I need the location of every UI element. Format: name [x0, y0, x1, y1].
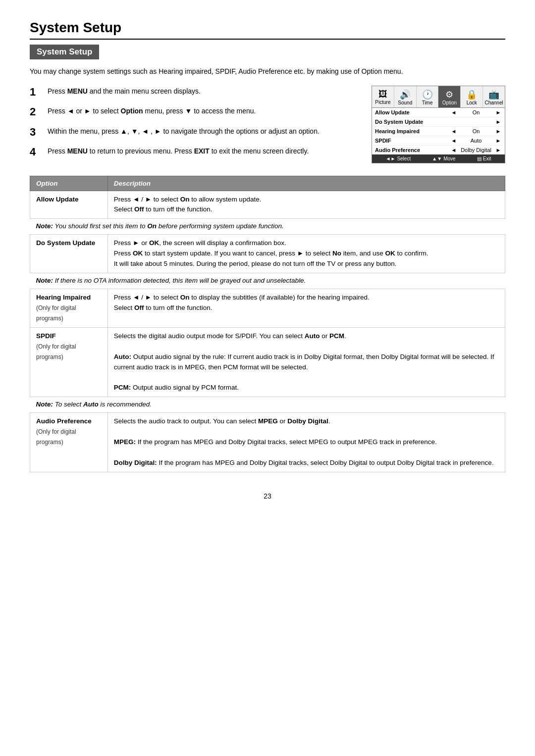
audio-preference-label: Audio Preference — [375, 147, 450, 153]
menu-icon-sound: 🔊 Sound — [394, 86, 417, 107]
tv-menu-row-allow-update: Allow Update ◄ On ► — [372, 108, 505, 117]
menu-icon-time-label: Time — [422, 100, 433, 105]
menu-icon-time: 🕐 Time — [417, 86, 439, 107]
table-row-audio-preference: Audio Preference (Only for digital progr… — [30, 413, 505, 472]
menu-icon-channel: 📺 Channel — [483, 86, 505, 107]
col-option-header: Option — [30, 176, 108, 191]
audio-preference-option-name: Audio Preference — [36, 417, 92, 425]
table-row-spdif: SPDIF (Only for digital programs) Select… — [30, 327, 505, 397]
menu-icon-option: ⚙ Option — [438, 86, 461, 107]
table-note-allow-update: Note: You should first set this item to … — [30, 219, 505, 235]
step-2: 2 Press ◄ or ► to select Option menu, pr… — [30, 105, 357, 118]
tv-menu-row-audio-preference: Audio Preference ◄ Dolby Digital ► — [372, 146, 505, 154]
option-icon: ⚙ — [439, 89, 459, 100]
menu-icon-option-label: Option — [442, 100, 457, 105]
spdif-sub-label: (Only for digital programs) — [36, 343, 76, 360]
picture-icon: 🖼 — [373, 89, 393, 100]
step-1: 1 Press MENU and the main menu screen di… — [30, 86, 357, 99]
do-system-update-option-name: Do System Update — [36, 239, 95, 247]
step-1-number: 1 — [30, 86, 42, 99]
col-description-header: Description — [107, 176, 505, 191]
spdif-description: Selects the digital audio output mode fo… — [107, 327, 505, 397]
spdif-label: SPDIF — [375, 138, 450, 144]
page-main-title: System Setup — [30, 20, 505, 40]
channel-icon: 📺 — [484, 89, 504, 100]
section-title: System Setup — [30, 45, 99, 59]
table-row-do-system-update: Do System Update Press ► or OK, the scre… — [30, 235, 505, 273]
hearing-impaired-option-name: Hearing Impaired — [36, 294, 91, 301]
audio-preference-option: Audio Preference (Only for digital progr… — [30, 413, 108, 472]
hearing-impaired-value: On — [457, 128, 495, 134]
audio-preference-arrow-l: ◄ — [450, 147, 457, 153]
spdif-option: SPDIF (Only for digital programs) — [30, 327, 108, 397]
tv-menu-row-spdif: SPDIF ◄ Auto ► — [372, 136, 505, 146]
select-icon: ◄► — [386, 156, 396, 161]
tv-menu-row-hearing-impaired: Hearing Impaired ◄ On ► — [372, 127, 505, 136]
tv-menu-row-do-system-update: Do System Update ► — [372, 117, 505, 127]
menu-icon-picture-label: Picture — [375, 100, 390, 105]
do-system-update-label: Do System Update — [375, 119, 450, 125]
step-3: 3 Within the menu, press ▲, ▼, ◄ , ► to … — [30, 126, 357, 139]
step-4: 4 Press MENU to return to previous menu.… — [30, 146, 357, 158]
steps-and-image-container: 1 Press MENU and the main menu screen di… — [30, 86, 505, 166]
spdif-arrow-r: ► — [495, 138, 502, 144]
step-1-text: Press MENU and the main menu screen disp… — [48, 86, 357, 99]
footer-move: ▲▼ Move — [432, 156, 455, 161]
exit-icon: ▤ — [477, 156, 482, 161]
do-system-update-option: Do System Update — [30, 235, 108, 273]
audio-preference-description: Selects the audio track to output. You c… — [107, 413, 505, 472]
tv-menu: 🖼 Picture 🔊 Sound 🕐 Time ⚙ Option 🔒 — [372, 86, 505, 163]
hearing-impaired-description: Press ◄ / ► to select On to display the … — [107, 289, 505, 328]
hearing-impaired-option: Hearing Impaired (Only for digital progr… — [30, 289, 108, 328]
spdif-arrow-l: ◄ — [450, 138, 457, 144]
hearing-impaired-arrow-r: ► — [495, 128, 502, 134]
hearing-impaired-sub-label: (Only for digital programs) — [36, 304, 76, 322]
allow-update-arrow-r: ► — [495, 109, 502, 115]
audio-preference-sub-label: (Only for digital programs) — [36, 428, 76, 446]
note-allow-update-text: Note: You should first set this item to … — [30, 219, 505, 235]
hearing-impaired-label: Hearing Impaired — [375, 128, 450, 134]
intro-text: You may change system settings such as H… — [30, 66, 505, 77]
step-3-number: 3 — [30, 126, 42, 139]
step-3-text: Within the menu, press ▲, ▼, ◄ , ► to na… — [48, 126, 357, 139]
allow-update-label: Allow Update — [375, 109, 450, 115]
note-spdif-text: Note: To select Auto is recommended. — [30, 397, 505, 413]
tv-menu-icon-row: 🖼 Picture 🔊 Sound 🕐 Time ⚙ Option 🔒 — [372, 86, 505, 108]
allow-update-option-name: Allow Update — [36, 196, 79, 203]
audio-preference-arrow-r: ► — [495, 147, 502, 153]
footer-select: ◄► Select — [386, 156, 411, 161]
tv-menu-image: 🖼 Picture 🔊 Sound 🕐 Time ⚙ Option 🔒 — [372, 86, 505, 166]
page-number: 23 — [30, 492, 505, 500]
hearing-impaired-arrow-l: ◄ — [450, 128, 457, 134]
spdif-option-name: SPDIF — [36, 332, 56, 340]
allow-update-value: On — [457, 109, 495, 115]
time-icon: 🕐 — [418, 89, 437, 100]
steps-list: 1 Press MENU and the main menu screen di… — [30, 86, 357, 166]
tv-menu-footer: ◄► Select ▲▼ Move ▤ Exit — [372, 154, 505, 163]
menu-icon-sound-label: Sound — [398, 100, 412, 105]
do-system-update-description: Press ► or OK, the screen will display a… — [107, 235, 505, 273]
footer-exit: ▤ Exit — [477, 156, 491, 161]
table-note-spdif: Note: To select Auto is recommended. — [30, 397, 505, 413]
step-4-number: 4 — [30, 146, 42, 158]
do-system-update-arrow-r: ► — [495, 119, 502, 125]
menu-icon-picture: 🖼 Picture — [372, 86, 394, 107]
table-row-hearing-impaired: Hearing Impaired (Only for digital progr… — [30, 289, 505, 328]
allow-update-arrow-l: ◄ — [450, 109, 457, 115]
spdif-value: Auto — [457, 138, 495, 144]
table-note-do-system-update: Note: If there is no OTA information det… — [30, 273, 505, 289]
note-do-system-update-text: Note: If there is no OTA information det… — [30, 273, 505, 289]
step-2-number: 2 — [30, 105, 42, 118]
allow-update-description: Press ◄ / ► to select On to allow system… — [107, 191, 505, 219]
step-2-text: Press ◄ or ► to select Option menu, pres… — [48, 105, 357, 118]
table-row-allow-update: Allow Update Press ◄ / ► to select On to… — [30, 191, 505, 219]
audio-preference-value: Dolby Digital — [457, 147, 495, 153]
allow-update-option: Allow Update — [30, 191, 108, 219]
menu-icon-lock-label: Lock — [467, 100, 477, 105]
step-4-text: Press MENU to return to previous menu. P… — [48, 146, 357, 158]
lock-icon: 🔒 — [462, 89, 482, 100]
move-icon: ▲▼ — [432, 156, 442, 161]
options-table: Option Description Allow Update Press ◄ … — [30, 176, 505, 472]
sound-icon: 🔊 — [395, 89, 415, 100]
tv-menu-rows: Allow Update ◄ On ► Do System Update ► H… — [372, 108, 505, 154]
